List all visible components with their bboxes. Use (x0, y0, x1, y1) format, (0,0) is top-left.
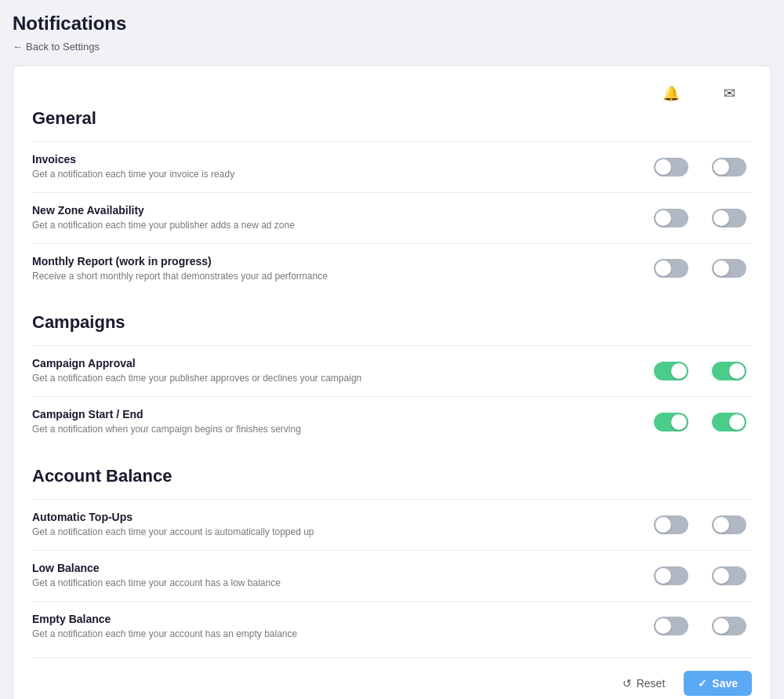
column-headers: 🔔 ✉ (32, 85, 752, 102)
toggle-bell-empty-balance[interactable] (654, 617, 688, 635)
toggle-wrap-bell-empty-balance (652, 617, 691, 635)
notification-info-campaign-start-end: Campaign Start / EndGet a notification w… (32, 408, 652, 436)
notification-title-monthly-report: Monthly Report (work in progress) (32, 255, 652, 268)
section-campaigns: CampaignsCampaign ApprovalGet a notifica… (32, 312, 752, 447)
notification-info-automatic-top-ups: Automatic Top-UpsGet a notification each… (32, 511, 652, 539)
notification-title-low-balance: Low Balance (32, 562, 652, 574)
back-label: Back to Settings (26, 41, 100, 53)
toggle-knob-mail-empty-balance (713, 618, 729, 634)
toggles-campaign-approval (652, 362, 752, 380)
toggle-bell-new-zone-availability[interactable] (654, 209, 688, 228)
notification-row-empty-balance: Empty BalanceGet a notification each tim… (32, 601, 752, 652)
toggle-wrap-mail-invoices (710, 158, 749, 177)
toggle-wrap-mail-low-balance (710, 566, 749, 585)
toggle-bell-automatic-top-ups[interactable] (654, 515, 688, 534)
reset-label: Reset (637, 677, 666, 690)
toggles-new-zone-availability (652, 209, 752, 228)
toggle-knob-mail-monthly-report (713, 260, 729, 276)
toggle-wrap-bell-campaign-approval (652, 362, 691, 380)
toggle-mail-low-balance[interactable] (712, 566, 746, 585)
section-title-general: General (32, 108, 752, 129)
notification-desc-monthly-report: Receive a short monthly report that demo… (32, 270, 652, 283)
toggle-wrap-bell-automatic-top-ups (652, 515, 691, 534)
arrow-left-icon: ← (13, 41, 23, 53)
notification-desc-campaign-start-end: Get a notification when your campaign be… (32, 423, 652, 436)
notification-info-new-zone-availability: New Zone AvailabilityGet a notification … (32, 204, 652, 232)
notification-desc-automatic-top-ups: Get a notification each time your accoun… (32, 526, 652, 539)
notification-row-new-zone-availability: New Zone AvailabilityGet a notification … (32, 192, 752, 243)
notification-title-campaign-start-end: Campaign Start / End (32, 408, 652, 420)
toggle-mail-invoices[interactable] (712, 158, 746, 177)
page-title: Notifications (13, 13, 771, 35)
toggle-mail-new-zone-availability[interactable] (712, 209, 746, 228)
reset-icon: ↺ (622, 677, 632, 690)
notification-info-invoices: InvoicesGet a notification each time you… (32, 153, 652, 181)
notification-row-campaign-approval: Campaign ApprovalGet a notification each… (32, 345, 752, 396)
toggle-wrap-bell-low-balance (652, 566, 691, 585)
notification-desc-empty-balance: Get a notification each time your accoun… (32, 628, 652, 641)
toggle-bell-low-balance[interactable] (654, 566, 688, 585)
toggle-knob-bell-automatic-top-ups (655, 517, 671, 533)
mail-column-header: ✉ (710, 85, 749, 102)
toggle-bell-monthly-report[interactable] (654, 259, 688, 278)
toggle-knob-mail-automatic-top-ups (713, 517, 729, 533)
toggles-invoices (652, 158, 752, 177)
notification-row-low-balance: Low BalanceGet a notification each time … (32, 550, 752, 601)
toggle-wrap-bell-monthly-report (652, 259, 691, 278)
notification-title-new-zone-availability: New Zone Availability (32, 204, 652, 217)
notification-desc-new-zone-availability: Get a notification each time your publis… (32, 219, 652, 232)
toggle-bell-invoices[interactable] (654, 158, 688, 177)
toggle-mail-campaign-approval[interactable] (712, 362, 746, 380)
toggles-campaign-start-end (652, 413, 752, 431)
notification-title-empty-balance: Empty Balance (32, 613, 652, 625)
toggle-wrap-bell-new-zone-availability (652, 209, 691, 228)
toggle-wrap-mail-automatic-top-ups (710, 515, 749, 534)
toggles-empty-balance (652, 617, 752, 635)
footer-row: ↺ Reset ✓ Save (32, 657, 752, 699)
toggle-knob-bell-invoices (655, 159, 671, 175)
toggle-knob-bell-monthly-report (655, 260, 671, 276)
notification-row-campaign-start-end: Campaign Start / EndGet a notification w… (32, 396, 752, 447)
toggle-wrap-mail-campaign-approval (710, 362, 749, 380)
notification-info-low-balance: Low BalanceGet a notification each time … (32, 562, 652, 590)
main-card: 🔔 ✉ GeneralInvoicesGet a notification ea… (13, 65, 771, 699)
notification-info-empty-balance: Empty BalanceGet a notification each tim… (32, 613, 652, 641)
save-button[interactable]: ✓ Save (684, 671, 752, 696)
toggle-knob-bell-campaign-start-end (671, 414, 687, 430)
notification-desc-campaign-approval: Get a notification each time your publis… (32, 372, 652, 385)
save-label: Save (712, 677, 738, 690)
toggle-mail-automatic-top-ups[interactable] (712, 515, 746, 534)
toggle-mail-empty-balance[interactable] (712, 617, 746, 635)
notification-title-automatic-top-ups: Automatic Top-Ups (32, 511, 652, 523)
notification-info-campaign-approval: Campaign ApprovalGet a notification each… (32, 357, 652, 385)
toggle-wrap-mail-new-zone-availability (710, 209, 749, 228)
check-icon: ✓ (698, 677, 707, 690)
toggle-knob-mail-new-zone-availability (713, 210, 729, 226)
toggle-knob-bell-low-balance (655, 568, 671, 584)
notification-info-monthly-report: Monthly Report (work in progress)Receive… (32, 255, 652, 283)
notification-desc-invoices: Get a notification each time your invoic… (32, 168, 652, 181)
back-to-settings-link[interactable]: ← Back to Settings (13, 41, 771, 53)
toggle-wrap-mail-campaign-start-end (710, 413, 749, 431)
section-general: GeneralInvoicesGet a notification each t… (32, 108, 752, 293)
toggle-knob-mail-campaign-start-end (729, 414, 745, 430)
section-account-balance: Account BalanceAutomatic Top-UpsGet a no… (32, 466, 752, 651)
notification-desc-low-balance: Get a notification each time your accoun… (32, 577, 652, 590)
toggle-bell-campaign-start-end[interactable] (654, 413, 688, 431)
notification-row-invoices: InvoicesGet a notification each time you… (32, 141, 752, 192)
toggle-mail-campaign-start-end[interactable] (712, 413, 746, 431)
toggle-knob-mail-campaign-approval (729, 363, 745, 379)
notification-row-automatic-top-ups: Automatic Top-UpsGet a notification each… (32, 499, 752, 550)
reset-button[interactable]: ↺ Reset (613, 671, 675, 696)
toggles-monthly-report (652, 259, 752, 278)
bell-column-header: 🔔 (652, 85, 691, 102)
notification-title-campaign-approval: Campaign Approval (32, 357, 652, 370)
toggle-knob-mail-low-balance (713, 568, 729, 584)
section-title-account-balance: Account Balance (32, 466, 752, 486)
toggle-mail-monthly-report[interactable] (712, 259, 746, 278)
notification-row-monthly-report: Monthly Report (work in progress)Receive… (32, 243, 752, 294)
notification-title-invoices: Invoices (32, 153, 652, 166)
toggle-wrap-bell-invoices (652, 158, 691, 177)
sections-container: GeneralInvoicesGet a notification each t… (32, 108, 752, 651)
toggle-bell-campaign-approval[interactable] (654, 362, 688, 380)
